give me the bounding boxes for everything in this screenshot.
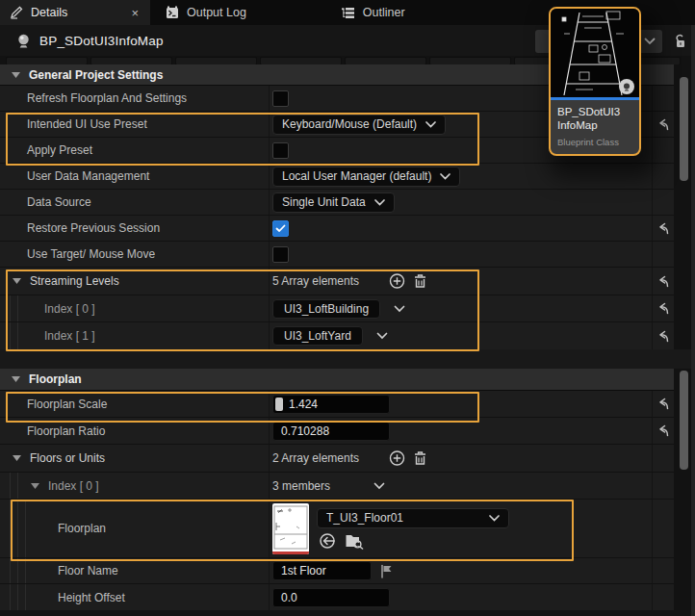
row-floors-index-0: Index [ 0 ] 3 members (0, 473, 674, 500)
property-label: Use Target/ Mouse Move (27, 247, 155, 261)
category-floorplan[interactable]: Floorplan (0, 369, 674, 391)
input-value: 1.424 (283, 398, 318, 411)
tab-details[interactable]: Details × (0, 0, 150, 25)
floorplan-scale-input[interactable]: 1.424 (272, 395, 390, 414)
check-icon (275, 224, 286, 233)
row-streaming-index-1: Index [ 1 ] UI3_LoftYard (0, 322, 674, 349)
tab-close-icon[interactable]: × (129, 6, 141, 20)
texture-thumbnail[interactable] (272, 503, 309, 554)
asset-name: UI3_LoftBuilding (284, 302, 369, 316)
tab-details-label: Details (31, 6, 67, 19)
chevron-down-icon (489, 515, 500, 522)
use-selected-asset-icon[interactable] (319, 532, 336, 550)
dropdown-value: Keyboard/Mouse (Default) (282, 117, 417, 131)
level-asset-field[interactable]: UI3_LoftYard (272, 326, 363, 346)
property-label: Floorplan Ratio (27, 424, 105, 438)
apply-preset-checkbox[interactable] (272, 142, 289, 159)
dropdown-value: T_UI3_Floor01 (326, 511, 403, 525)
output-log-icon (166, 6, 179, 19)
row-restore-previous-session: Restore Previous Session (0, 216, 674, 242)
actor-badge-icon (619, 79, 634, 94)
array-index-label: Index [ 0 ] (44, 302, 95, 316)
expander-triangle-icon[interactable] (13, 455, 21, 461)
open-padlock-icon (673, 34, 687, 49)
row-height-offset: Height Offset 0.0 (0, 584, 674, 610)
floorplan-texture-dropdown[interactable]: T_UI3_Floor01 (317, 508, 509, 528)
ui-preset-dropdown[interactable]: Keyboard/Mouse (Default) (272, 115, 446, 135)
flag-icon[interactable] (379, 564, 394, 578)
details-panel-lower: Floorplan Floorplan Scale 1.424 Floorpla… (0, 369, 695, 610)
reset-to-default-icon[interactable] (656, 222, 670, 235)
property-label: Streaming Levels (30, 274, 119, 288)
texture-type-bar (272, 552, 309, 554)
input-value: 0.0 (273, 591, 297, 604)
floorplan-ratio-input[interactable]: 0.710288 (272, 422, 390, 441)
add-element-icon[interactable] (389, 273, 405, 290)
tab-outliner[interactable]: Outliner (331, 0, 415, 25)
reset-to-default-icon[interactable] (656, 118, 670, 131)
lock-toggle-button[interactable] (668, 30, 691, 53)
floor-name-input[interactable]: 1st Floor (272, 561, 372, 580)
row-floorplan-asset: Floorplan T_UI3_Floor01 (0, 500, 674, 558)
category-title: General Project Settings (29, 68, 163, 82)
array-count-text: 5 Array elements (272, 274, 359, 288)
input-value: 0.710288 (273, 424, 329, 438)
array-index-label: Index [ 0 ] (48, 479, 99, 493)
chevron-down-icon (425, 121, 436, 128)
chevron-down-icon[interactable] (373, 482, 385, 490)
level-asset-field[interactable]: UI3_LoftBuilding (272, 299, 380, 319)
row-floors-or-units: Floors or Units 2 Array elements (0, 445, 674, 473)
property-label: Floorplan Scale (27, 398, 107, 411)
panel-bottom-edge (0, 610, 695, 616)
data-source-dropdown[interactable]: Single Unit Data (272, 192, 395, 213)
collapse-triangle-icon (12, 72, 20, 78)
scrollbar-thumb[interactable] (680, 371, 688, 470)
row-streaming-index-0: Index [ 0 ] UI3_LoftBuilding (0, 295, 674, 322)
category-title: Floorplan (29, 372, 82, 386)
dropdown-value: Local User Manager (default) (282, 169, 431, 183)
height-offset-input[interactable]: 0.0 (272, 588, 390, 607)
chevron-down-icon[interactable] (394, 305, 405, 313)
asset-name-line1: BP_SDotUI3 (557, 105, 632, 118)
delete-all-elements-icon[interactable] (413, 273, 427, 290)
reset-to-default-icon[interactable] (656, 275, 670, 288)
browse-to-asset-icon[interactable] (345, 532, 364, 550)
scrollbar-thumb[interactable] (680, 77, 688, 181)
drag-grip-icon[interactable] (275, 398, 283, 411)
refresh-checkbox[interactable] (272, 90, 289, 107)
array-count-text: 2 Array elements (272, 451, 359, 465)
row-data-source: Data Source Single Unit Data (0, 190, 674, 216)
property-label: Refresh Floorplan And Settings (27, 91, 187, 105)
row-floorplan-scale: Floorplan Scale 1.424 (0, 391, 674, 418)
chevron-down-icon[interactable] (376, 332, 388, 340)
tab-output-log[interactable]: Output Log (156, 0, 256, 25)
tab-output-log-label: Output Log (187, 6, 246, 19)
reset-to-default-icon[interactable] (656, 398, 670, 410)
members-count-text: 3 members (272, 479, 330, 493)
asset-type-label: Blueprint Class (557, 137, 632, 147)
expander-triangle-icon[interactable] (13, 278, 21, 284)
details-pencil-icon (10, 6, 23, 19)
row-use-target-mouse-move: Use Target/ Mouse Move (0, 242, 674, 268)
row-floor-name: Floor Name 1st Floor (0, 558, 674, 584)
panel-right-edge (691, 25, 695, 616)
use-target-checkbox[interactable] (272, 246, 289, 263)
dropdown-value: Single Unit Data (282, 195, 366, 209)
tab-outliner-label: Outliner (363, 6, 405, 19)
row-floorplan-ratio: Floorplan Ratio 0.710288 (0, 418, 674, 445)
input-value: 1st Floor (273, 564, 326, 578)
blueprint-thumbnail (551, 9, 639, 97)
reset-to-default-icon[interactable] (656, 302, 670, 315)
expander-triangle-icon[interactable] (31, 483, 39, 489)
asset-name-line2: InfoMap (557, 118, 632, 132)
floorplan-sketch (272, 503, 309, 554)
property-label: Apply Preset (27, 143, 92, 157)
add-element-icon[interactable] (389, 450, 405, 467)
reset-to-default-icon[interactable] (656, 330, 670, 343)
user-data-dropdown[interactable]: Local User Manager (default) (272, 167, 460, 187)
property-label: Data Source (27, 195, 91, 209)
restore-session-checkbox[interactable] (272, 220, 289, 237)
asset-tooltip-card: BP_SDotUI3 InfoMap Blueprint Class (549, 7, 641, 156)
delete-all-elements-icon[interactable] (413, 450, 427, 467)
reset-to-default-icon[interactable] (656, 424, 670, 437)
